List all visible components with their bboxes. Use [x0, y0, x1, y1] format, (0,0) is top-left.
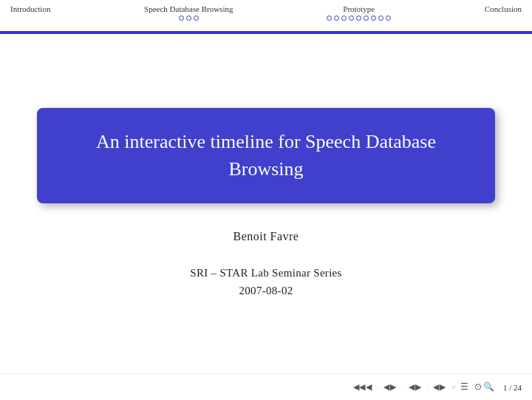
- affiliation-line2: 2007-08-02: [190, 282, 341, 299]
- icon-group-1: ◀◀ ◀: [353, 382, 372, 392]
- slide-title: An interactive timeline for Speech Datab…: [74, 129, 458, 183]
- dot-2: [186, 16, 191, 21]
- affiliation: SRI – STAR Lab Seminar Series 2007-08-02: [190, 264, 341, 299]
- pdot-2: [334, 16, 339, 21]
- next2-icon[interactable]: ▶: [390, 382, 396, 392]
- icon-group-3: ◀ ▶: [409, 382, 421, 392]
- affiliation-line1: SRI – STAR Lab Seminar Series: [190, 264, 341, 282]
- nav-dots-speech-db: [179, 16, 199, 21]
- author-name: Benoit Favre: [233, 230, 299, 243]
- nav-label-prototype: Prototype: [343, 4, 375, 13]
- prev-icon[interactable]: ◀: [366, 382, 372, 392]
- bottom-bar: ◀◀ ◀ · ◀ ▶ · ◀ ▶ · ◀ ▶ ≡ ☰ ⊙ 🔍 1 / 2: [0, 373, 532, 400]
- first-icon[interactable]: ◀◀: [353, 382, 365, 392]
- main-content: An interactive timeline for Speech Datab…: [0, 34, 532, 373]
- nav-label-introduction: Introduction: [10, 4, 50, 13]
- icon-group-4: ◀ ▶: [433, 382, 446, 392]
- pdot-6: [364, 16, 369, 21]
- icon-group-2: ◀ ▶: [383, 382, 396, 392]
- prev4-icon[interactable]: ◀: [433, 382, 439, 392]
- nav-bar: Introduction Speech Database Browsing Pr…: [0, 0, 532, 31]
- prev3-icon[interactable]: ◀: [409, 382, 415, 392]
- nav-dots-prototype: [327, 16, 391, 21]
- pdot-8: [378, 16, 383, 21]
- next3-icon[interactable]: ▶: [415, 382, 421, 392]
- nav-label-conclusion: Conclusion: [485, 4, 522, 13]
- pdot-3: [341, 16, 347, 21]
- nav-item-speech-db: Speech Database Browsing: [144, 4, 233, 21]
- pdot-7: [371, 16, 376, 21]
- pdot-4: [349, 16, 354, 21]
- dot-1: [179, 16, 184, 21]
- prev2-icon[interactable]: ◀: [383, 382, 389, 392]
- pdot-1: [327, 16, 332, 21]
- menu-icon[interactable]: ☰: [460, 382, 468, 393]
- pdot-5: [356, 16, 361, 21]
- nav-controls: ◀◀ ◀ · ◀ ▶ · ◀ ▶ · ◀ ▶ ≡ ☰ ⊙ 🔍 1 / 2: [352, 382, 522, 393]
- nav-item-prototype: Prototype: [327, 4, 391, 21]
- pdot-9: [386, 16, 391, 21]
- settings-icon[interactable]: ⊙: [474, 382, 482, 393]
- nav-item-introduction: Introduction: [10, 4, 50, 13]
- search-icon[interactable]: 🔍: [483, 382, 494, 393]
- dot-3: [194, 16, 199, 21]
- page-counter: 1 / 24: [503, 383, 522, 392]
- nav-label-speech-db: Speech Database Browsing: [144, 4, 233, 13]
- next4-icon[interactable]: ▶: [440, 382, 446, 392]
- beamer-icons: ◀◀ ◀ · ◀ ▶ · ◀ ▶ · ◀ ▶ ≡ ☰ ⊙ 🔍: [352, 382, 494, 393]
- title-box: An interactive timeline for Speech Datab…: [37, 108, 495, 203]
- nav-item-conclusion: Conclusion: [485, 4, 522, 13]
